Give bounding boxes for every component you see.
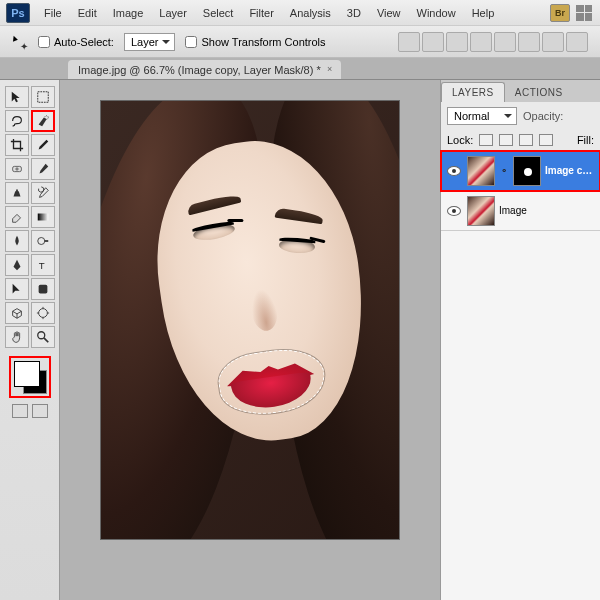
canvas-area[interactable] <box>60 80 440 600</box>
document-canvas[interactable] <box>100 100 400 540</box>
document-tab-title: Image.jpg @ 66.7% (Image copy, Layer Mas… <box>78 64 321 76</box>
align-icon[interactable] <box>494 32 516 52</box>
fill-label: Fill: <box>577 134 594 146</box>
menu-image[interactable]: Image <box>105 3 152 23</box>
zoom-tool[interactable] <box>31 326 55 348</box>
show-transform-input[interactable] <box>185 36 197 48</box>
opacity-label: Opacity: <box>523 110 563 122</box>
3d-tool[interactable] <box>5 302 29 324</box>
screen-mode-icon[interactable] <box>32 404 48 418</box>
align-icon[interactable] <box>398 32 420 52</box>
align-icon[interactable] <box>446 32 468 52</box>
align-icon[interactable] <box>518 32 540 52</box>
menu-file[interactable]: File <box>36 3 70 23</box>
layer-row[interactable]: Image <box>441 191 600 231</box>
menu-select[interactable]: Select <box>195 3 242 23</box>
blur-tool[interactable] <box>5 230 29 252</box>
crop-tool[interactable] <box>5 134 29 156</box>
gradient-tool[interactable] <box>31 206 55 228</box>
menu-help[interactable]: Help <box>464 3 503 23</box>
selected-tool-preview-icon <box>8 32 28 52</box>
eraser-tool[interactable] <box>5 206 29 228</box>
lock-pixels-icon[interactable] <box>499 134 513 146</box>
menu-layer[interactable]: Layer <box>151 3 195 23</box>
toolbox: T <box>0 80 60 600</box>
panel-tab-strip: LAYERS ACTIONS <box>441 80 600 102</box>
menu-3d[interactable]: 3D <box>339 3 369 23</box>
svg-point-1 <box>44 116 48 120</box>
foreground-color-swatch[interactable] <box>14 361 40 387</box>
layer-name[interactable]: Image <box>499 205 596 216</box>
arrange-documents-icon[interactable] <box>576 5 592 21</box>
layer-row[interactable]: ⚬ Image copy <box>441 151 600 191</box>
lock-all-icon[interactable] <box>539 134 553 146</box>
move-tool[interactable] <box>5 86 29 108</box>
menu-analysis[interactable]: Analysis <box>282 3 339 23</box>
close-tab-icon[interactable]: × <box>325 64 335 74</box>
layer-name[interactable]: Image copy <box>545 165 596 176</box>
mask-link-icon[interactable]: ⚬ <box>499 165 509 176</box>
hand-tool[interactable] <box>5 326 29 348</box>
svg-rect-0 <box>37 92 48 103</box>
tab-layers[interactable]: LAYERS <box>441 82 505 102</box>
align-buttons-group <box>398 32 592 52</box>
svg-text:T: T <box>38 260 44 271</box>
brush-tool[interactable] <box>31 158 55 180</box>
3d-camera-tool[interactable] <box>31 302 55 324</box>
layer-list: ⚬ Image copy Image <box>441 151 600 600</box>
align-icon[interactable] <box>422 32 444 52</box>
visibility-toggle-icon[interactable] <box>447 206 461 216</box>
auto-select-input[interactable] <box>38 36 50 48</box>
panels-dock: LAYERS ACTIONS Normal Opacity: Lock: Fil… <box>440 80 600 600</box>
svg-point-7 <box>38 309 47 318</box>
layer-thumbnail[interactable] <box>467 196 495 226</box>
eyedropper-tool[interactable] <box>31 134 55 156</box>
history-brush-tool[interactable] <box>31 182 55 204</box>
menu-filter[interactable]: Filter <box>241 3 281 23</box>
menu-bar: Ps File Edit Image Layer Select Filter A… <box>0 0 600 26</box>
lock-transparency-icon[interactable] <box>479 134 493 146</box>
healing-brush-tool[interactable] <box>5 158 29 180</box>
quick-selection-tool[interactable] <box>31 110 55 132</box>
auto-select-label: Auto-Select: <box>54 36 114 48</box>
lock-position-icon[interactable] <box>519 134 533 146</box>
blend-mode-dropdown[interactable]: Normal <box>447 107 517 125</box>
path-selection-tool[interactable] <box>5 278 29 300</box>
svg-point-4 <box>37 238 44 245</box>
shape-tool[interactable] <box>31 278 55 300</box>
clone-stamp-tool[interactable] <box>5 182 29 204</box>
type-tool[interactable]: T <box>31 254 55 276</box>
tab-actions[interactable]: ACTIONS <box>505 83 573 102</box>
document-tab-bar: Image.jpg @ 66.7% (Image copy, Layer Mas… <box>0 58 600 80</box>
lasso-tool[interactable] <box>5 110 29 132</box>
svg-rect-6 <box>38 285 47 294</box>
align-icon[interactable] <box>470 32 492 52</box>
show-transform-label: Show Transform Controls <box>201 36 325 48</box>
auto-select-checkbox[interactable]: Auto-Select: <box>38 36 114 48</box>
quick-mask-toggle-icon[interactable] <box>12 404 28 418</box>
color-swatches[interactable] <box>9 356 51 398</box>
pen-tool[interactable] <box>5 254 29 276</box>
menu-edit[interactable]: Edit <box>70 3 105 23</box>
dropdown-value: Layer <box>131 36 159 48</box>
dodge-tool[interactable] <box>31 230 55 252</box>
document-tab[interactable]: Image.jpg @ 66.7% (Image copy, Layer Mas… <box>68 60 341 79</box>
blend-mode-value: Normal <box>454 110 489 122</box>
distribute-icon[interactable] <box>566 32 588 52</box>
svg-point-8 <box>37 332 44 339</box>
distribute-icon[interactable] <box>542 32 564 52</box>
menu-window[interactable]: Window <box>409 3 464 23</box>
options-bar: Auto-Select: Layer Show Transform Contro… <box>0 26 600 58</box>
lock-label: Lock: <box>447 134 473 146</box>
layer-thumbnail[interactable] <box>467 156 495 186</box>
svg-rect-3 <box>37 214 48 221</box>
visibility-toggle-icon[interactable] <box>447 166 461 176</box>
marquee-rect-tool[interactable] <box>31 86 55 108</box>
auto-select-target-dropdown[interactable]: Layer <box>124 33 176 51</box>
show-transform-checkbox[interactable]: Show Transform Controls <box>185 36 325 48</box>
layer-mask-thumbnail[interactable] <box>513 156 541 186</box>
bridge-icon[interactable]: Br <box>550 4 570 22</box>
menu-view[interactable]: View <box>369 3 409 23</box>
app-logo-icon[interactable]: Ps <box>6 3 30 23</box>
